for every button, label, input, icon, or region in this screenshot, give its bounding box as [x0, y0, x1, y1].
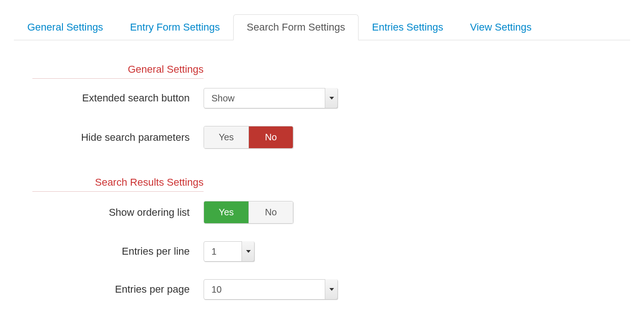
- label-entries-per-page: Entries per page: [32, 283, 204, 295]
- section-search-results-settings: Search Results Settings Show ordering li…: [32, 176, 630, 300]
- settings-form: General Settings Extended search button …: [14, 40, 630, 300]
- label-entries-per-line: Entries per line: [32, 245, 204, 257]
- toggle-show-ordering-list: Yes No: [204, 201, 293, 224]
- select-entries-per-page[interactable]: 10: [204, 279, 338, 300]
- field-entries-per-line: Entries per line 1: [32, 241, 630, 262]
- section-heading-results: Search Results Settings: [32, 176, 204, 192]
- select-extended-search-button[interactable]: Show: [204, 88, 338, 108]
- field-show-ordering-list: Show ordering list Yes No: [32, 201, 630, 224]
- tab-search-form-settings[interactable]: Search Form Settings: [233, 14, 359, 40]
- label-extended-search-button: Extended search button: [32, 92, 204, 104]
- tab-entries-settings[interactable]: Entries Settings: [359, 14, 457, 40]
- label-show-ordering-list: Show ordering list: [32, 207, 204, 219]
- tab-general-settings[interactable]: General Settings: [14, 14, 117, 40]
- toggle-hide-search-parameters-yes[interactable]: Yes: [204, 126, 248, 148]
- field-hide-search-parameters: Hide search parameters Yes No: [32, 126, 630, 149]
- select-entries-per-line[interactable]: 1: [204, 241, 254, 262]
- toggle-hide-search-parameters: Yes No: [204, 126, 293, 149]
- tab-bar: General Settings Entry Form Settings Sea…: [14, 14, 630, 40]
- field-extended-search-button: Extended search button Show: [32, 88, 630, 108]
- tab-entry-form-settings[interactable]: Entry Form Settings: [117, 14, 233, 40]
- section-heading-general: General Settings: [32, 63, 204, 79]
- label-hide-search-parameters: Hide search parameters: [32, 132, 204, 144]
- tab-view-settings[interactable]: View Settings: [457, 14, 545, 40]
- field-entries-per-page: Entries per page 10: [32, 279, 630, 300]
- toggle-show-ordering-list-no[interactable]: No: [248, 201, 293, 223]
- section-general-settings: General Settings Extended search button …: [32, 63, 630, 149]
- toggle-show-ordering-list-yes[interactable]: Yes: [204, 201, 248, 223]
- toggle-hide-search-parameters-no[interactable]: No: [248, 126, 293, 148]
